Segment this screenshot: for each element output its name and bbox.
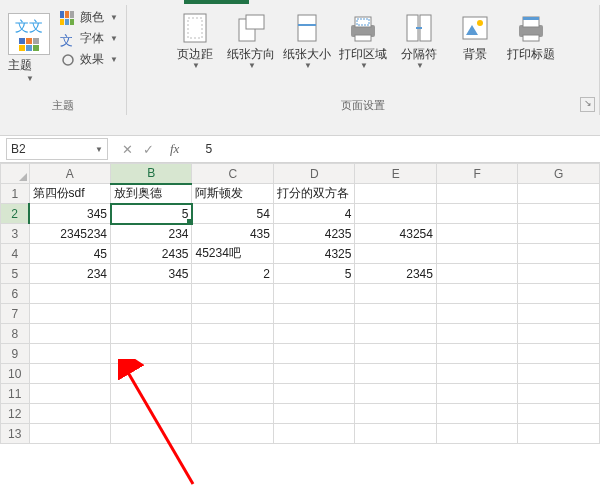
cell-C7[interactable] [192, 304, 273, 324]
cell-B8[interactable] [111, 324, 192, 344]
cell-G8[interactable] [518, 324, 600, 344]
col-header-G[interactable]: G [518, 164, 600, 184]
fx-icon[interactable]: fx [170, 141, 179, 157]
cell-D10[interactable] [273, 364, 354, 384]
print-area-button[interactable]: 打印区域▼ [335, 7, 391, 70]
effects-button[interactable]: 效果▼ [60, 51, 118, 68]
cell-F4[interactable] [436, 244, 517, 264]
cell-D9[interactable] [273, 344, 354, 364]
chevron-down-icon[interactable]: ▼ [26, 74, 34, 83]
cell-G2[interactable] [518, 204, 600, 224]
cell-B11[interactable] [111, 384, 192, 404]
size-button[interactable]: 纸张大小▼ [279, 7, 335, 70]
cell-D12[interactable] [273, 404, 354, 424]
row-header[interactable]: 13 [1, 424, 30, 444]
cell-F12[interactable] [436, 404, 517, 424]
cell-F7[interactable] [436, 304, 517, 324]
cell-B5[interactable]: 345 [111, 264, 192, 284]
cell-G5[interactable] [518, 264, 600, 284]
row-header[interactable]: 1 [1, 184, 30, 204]
cell-B12[interactable] [111, 404, 192, 424]
cell-D11[interactable] [273, 384, 354, 404]
cell-F13[interactable] [436, 424, 517, 444]
row-header[interactable]: 9 [1, 344, 30, 364]
cell-E9[interactable] [355, 344, 436, 364]
cell-D13[interactable] [273, 424, 354, 444]
grid[interactable]: ABCDEFG 1第四份sdf放到奥德阿斯顿发打分的双方各23455544323… [0, 163, 600, 444]
row-header[interactable]: 3 [1, 224, 30, 244]
cell-G12[interactable] [518, 404, 600, 424]
cell-C11[interactable] [192, 384, 273, 404]
row-header[interactable]: 5 [1, 264, 30, 284]
cell-E11[interactable] [355, 384, 436, 404]
print-titles-button[interactable]: 打印标题 [503, 7, 559, 70]
cell-G7[interactable] [518, 304, 600, 324]
cell-A2[interactable]: 345 [29, 204, 110, 224]
cell-A4[interactable]: 45 [29, 244, 110, 264]
chevron-down-icon[interactable]: ▼ [110, 13, 118, 22]
cell-A13[interactable] [29, 424, 110, 444]
chevron-down-icon[interactable]: ▼ [192, 61, 200, 70]
themes-button[interactable]: 文文 [8, 13, 50, 55]
chevron-down-icon[interactable]: ▼ [416, 61, 424, 70]
margins-button[interactable]: 页边距▼ [167, 7, 223, 70]
orientation-button[interactable]: 纸张方向▼ [223, 7, 279, 70]
chevron-down-icon[interactable]: ▼ [304, 61, 312, 70]
name-box[interactable]: B2 ▼ [6, 138, 108, 160]
row-header[interactable]: 7 [1, 304, 30, 324]
chevron-down-icon[interactable]: ▼ [360, 61, 368, 70]
cell-E13[interactable] [355, 424, 436, 444]
cell-B2[interactable]: 5 [111, 204, 192, 224]
cell-E1[interactable] [355, 184, 436, 204]
cell-G4[interactable] [518, 244, 600, 264]
cell-G10[interactable] [518, 364, 600, 384]
cell-C13[interactable] [192, 424, 273, 444]
cell-A3[interactable]: 2345234 [29, 224, 110, 244]
cell-D5[interactable]: 5 [273, 264, 354, 284]
cell-C1[interactable]: 阿斯顿发 [192, 184, 273, 204]
col-header-A[interactable]: A [29, 164, 110, 184]
cell-B13[interactable] [111, 424, 192, 444]
cell-F8[interactable] [436, 324, 517, 344]
cell-A12[interactable] [29, 404, 110, 424]
cell-C10[interactable] [192, 364, 273, 384]
cell-C8[interactable] [192, 324, 273, 344]
cell-D3[interactable]: 4235 [273, 224, 354, 244]
cell-C12[interactable] [192, 404, 273, 424]
chevron-down-icon[interactable]: ▼ [95, 145, 103, 154]
cell-E5[interactable]: 2345 [355, 264, 436, 284]
cell-A1[interactable]: 第四份sdf [29, 184, 110, 204]
cell-E10[interactable] [355, 364, 436, 384]
cell-E2[interactable] [355, 204, 436, 224]
breaks-button[interactable]: 分隔符▼ [391, 7, 447, 70]
cell-F2[interactable] [436, 204, 517, 224]
cell-A5[interactable]: 234 [29, 264, 110, 284]
chevron-down-icon[interactable]: ▼ [110, 34, 118, 43]
select-all-corner[interactable] [1, 164, 30, 184]
cell-F10[interactable] [436, 364, 517, 384]
cell-G13[interactable] [518, 424, 600, 444]
cell-B1[interactable]: 放到奥德 [111, 184, 192, 204]
cancel-icon[interactable]: ✕ [122, 142, 133, 157]
cell-D8[interactable] [273, 324, 354, 344]
cell-G11[interactable] [518, 384, 600, 404]
cell-G6[interactable] [518, 284, 600, 304]
cell-B7[interactable] [111, 304, 192, 324]
cell-G9[interactable] [518, 344, 600, 364]
cell-F11[interactable] [436, 384, 517, 404]
cell-B9[interactable] [111, 344, 192, 364]
col-header-B[interactable]: B [111, 164, 192, 184]
col-header-D[interactable]: D [273, 164, 354, 184]
cell-A11[interactable] [29, 384, 110, 404]
cell-B4[interactable]: 2435 [111, 244, 192, 264]
col-header-E[interactable]: E [355, 164, 436, 184]
chevron-down-icon[interactable]: ▼ [248, 61, 256, 70]
row-header[interactable]: 12 [1, 404, 30, 424]
row-header[interactable]: 2 [1, 204, 30, 224]
cell-A7[interactable] [29, 304, 110, 324]
cell-A6[interactable] [29, 284, 110, 304]
cell-F5[interactable] [436, 264, 517, 284]
cell-A8[interactable] [29, 324, 110, 344]
cell-C3[interactable]: 435 [192, 224, 273, 244]
cell-F1[interactable] [436, 184, 517, 204]
